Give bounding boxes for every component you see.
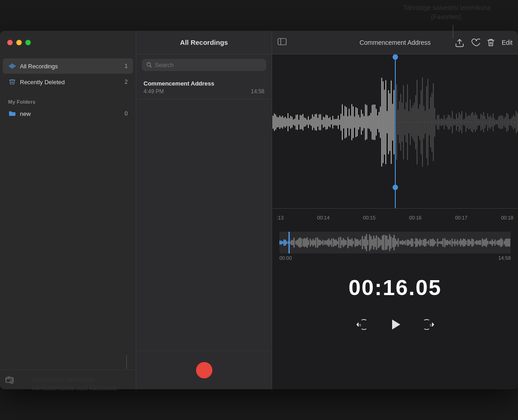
recording-duration: 14:58	[251, 88, 264, 95]
ruler-labels: :13 00:14 00:15 00:16 00:17 00:18	[277, 215, 513, 220]
svg-rect-1	[10, 64, 11, 68]
svg-text:15: 15	[357, 323, 361, 327]
sidebar-item-label-deleted: Recently Deleted	[20, 79, 117, 86]
waveform-area: :13 00:14 00:15 00:16 00:17 00:18 00:00 …	[272, 54, 518, 389]
skip-forward-button[interactable]: 15	[423, 316, 440, 333]
middle-header: All Recordings	[136, 31, 272, 54]
search-bar[interactable]	[142, 59, 266, 71]
sidebar-items: All Recordings 1 Recently Deleted 2	[0, 54, 136, 94]
mini-time-labels: 00:00 14:58	[279, 253, 511, 262]
waveform-canvas[interactable]	[272, 54, 518, 190]
ruler-label-1: 00:14	[317, 215, 330, 220]
middle-bottom	[136, 351, 272, 389]
sidebar-folder-new[interactable]: new 0	[3, 107, 133, 120]
waveform-main[interactable]	[272, 54, 518, 208]
share-button[interactable]	[456, 38, 464, 47]
folder-icon	[8, 110, 16, 118]
record-button[interactable]	[192, 358, 216, 382]
ruler-label-3: 00:16	[409, 215, 422, 220]
recording-item[interactable]: Commencement Address 4:49 PM 14:58	[136, 76, 272, 100]
svg-text:15: 15	[429, 323, 433, 327]
timeline-ruler: :13 00:14 00:15 00:16 00:17 00:18	[272, 208, 518, 226]
right-header: Commencement Address	[272, 31, 518, 54]
mini-playhead	[288, 232, 290, 253]
recording-name: Commencement Address	[144, 80, 264, 87]
svg-marker-10	[392, 320, 400, 329]
mini-time-start: 00:00	[279, 255, 292, 261]
sidebar-item-all-recordings[interactable]: All Recordings 1	[3, 58, 133, 74]
maximize-button[interactable]	[25, 40, 31, 45]
mini-waveform-container: 00:00 14:58	[272, 226, 518, 268]
sidebar-section-folders: My Folders	[0, 94, 136, 106]
svg-point-7	[147, 63, 151, 67]
tooltip-top-line	[453, 25, 453, 38]
add-folder-button[interactable]	[5, 376, 14, 384]
mini-waveform-canvas	[279, 232, 511, 253]
svg-rect-8	[278, 38, 286, 45]
current-time-display: 00:16.05	[272, 268, 518, 307]
sidebar-folder-label: new	[20, 110, 117, 117]
add-folder-icon	[5, 376, 14, 384]
recording-time: 4:49 PM	[144, 88, 164, 95]
playhead-bottom	[393, 185, 398, 190]
sidebar-item-badge-all: 1	[120, 63, 128, 69]
favorite-button[interactable]	[471, 38, 480, 47]
sidebar-folder-badge: 0	[120, 110, 128, 117]
svg-rect-0	[9, 65, 10, 67]
recording-meta: 4:49 PM 14:58	[144, 88, 264, 95]
sidebar-toggle[interactable]	[278, 38, 287, 47]
playhead-top	[393, 54, 398, 60]
svg-rect-4	[14, 65, 15, 67]
mini-waveform[interactable]	[279, 232, 511, 253]
sidebar-item-recently-deleted[interactable]: Recently Deleted 2	[3, 74, 133, 90]
main-window: All Recordings 1 Recently Deleted 2 My F	[0, 31, 518, 389]
right-panel-title: Commencement Address	[360, 39, 431, 46]
right-panel: Commencement Address	[272, 31, 518, 389]
tooltip-bottom: Looge oma salvestiste korrastamiseks uus…	[32, 375, 118, 393]
edit-button[interactable]: Edit	[502, 39, 513, 46]
record-circle	[196, 362, 212, 378]
skip-back-button[interactable]: 15	[351, 316, 367, 333]
ruler-label-0: :13	[277, 215, 283, 220]
close-button[interactable]	[7, 40, 13, 45]
search-input[interactable]	[155, 62, 262, 68]
sidebar-item-label-all: All Recordings	[20, 63, 117, 70]
trash-icon	[8, 78, 16, 86]
ruler-label-5: 00:18	[501, 215, 513, 220]
ruler-label-2: 00:15	[363, 215, 376, 220]
search-icon	[146, 62, 152, 68]
minimize-button[interactable]	[16, 40, 22, 45]
svg-rect-3	[13, 64, 14, 68]
sidebar-item-badge-deleted: 2	[120, 79, 128, 85]
play-button[interactable]	[385, 315, 405, 334]
mini-time-end: 14:58	[498, 255, 511, 261]
waveform-icon	[8, 62, 16, 70]
tooltip-top: Tähistage salvestisi lemmikuna (Favorite…	[403, 4, 491, 21]
titlebar	[0, 31, 136, 54]
svg-rect-2	[12, 63, 13, 69]
header-actions: Edit	[456, 38, 513, 47]
tooltip-bottom-line	[126, 355, 127, 369]
ruler-label-4: 00:17	[455, 215, 468, 220]
sidebar: All Recordings 1 Recently Deleted 2 My F	[0, 31, 136, 389]
middle-panel-title: All Recordings	[180, 38, 228, 46]
delete-button[interactable]	[487, 38, 494, 47]
middle-panel: All Recordings Commencement Address 4:49…	[136, 31, 272, 389]
transport-controls: 15 15	[272, 307, 518, 344]
